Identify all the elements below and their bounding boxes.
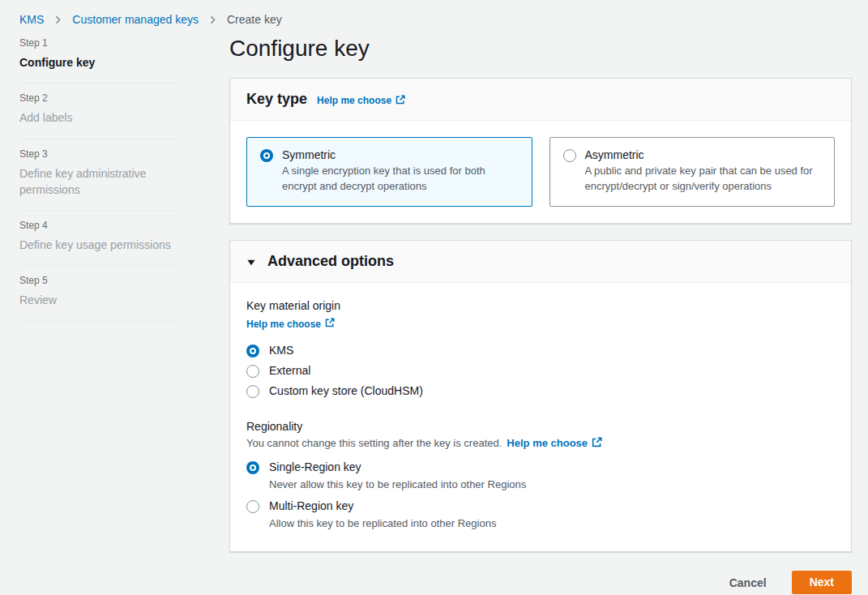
key-type-help-me-choose-link[interactable]: Help me choose [317,95,405,107]
option-title: Symmetric [282,148,519,161]
regionality-option-single-region: Single-Region key Never allow this key t… [246,457,835,492]
step-title: Define key administrative permissions [19,165,180,199]
wizard-actions: Cancel Next [229,568,852,594]
radio-description: Never allow this key to be replicated in… [269,477,835,492]
external-link-icon [592,437,602,450]
option-description: A public and private key pair that can b… [585,164,822,195]
radio-button-symmetric[interactable] [260,149,273,162]
key-type-option-asymmetric[interactable]: Asymmetric A public and private key pair… [549,137,836,207]
help-link-label: Help me choose [246,319,321,330]
step-title: Add labels [19,109,180,126]
step-number-label: Step 1 [19,37,180,49]
help-link-label: Help me choose [317,95,391,106]
regionality-label: Regionality [246,420,835,433]
step-title: Review [19,292,180,308]
key-type-panel-header: Key type Help me choose [230,79,851,121]
option-title: Asymmetric [585,148,822,161]
wizard-steps-sidebar: Step 1 Configure key Step 2 Add labels S… [19,32,180,322]
origin-option-kms[interactable]: KMS [246,340,835,361]
external-link-icon [396,95,405,107]
breadcrumb-link-customer-managed-keys[interactable]: Customer managed keys [72,13,199,26]
page-title: Configure key [229,36,852,62]
radio-label: Single-Region key [269,460,361,473]
radio-button-kms[interactable] [246,345,259,357]
step-number-label: Step 5 [19,275,180,286]
sidebar-step-usage-permissions: Step 4 Define key usage permissions [19,211,180,266]
key-type-panel: Key type Help me choose Symmetric A sing… [229,78,852,224]
radio-label: KMS [269,344,293,357]
single-region-row[interactable]: Single-Region key [246,457,835,477]
regionality-caption: You cannot change this setting after the… [246,437,835,450]
advanced-options-body: Key material origin Help me choose KMS [230,283,851,551]
sidebar-step-admin-permissions: Step 3 Define key administrative permiss… [19,139,180,212]
radio-button-single-region[interactable] [246,461,259,474]
sidebar-step-add-labels: Step 2 Add labels [19,83,180,139]
radio-label: Custom key store (CloudHSM) [269,384,423,397]
caret-down-icon [246,254,260,270]
option-description: A single encryption key that is used for… [282,164,519,195]
key-material-origin-help-link[interactable]: Help me choose [246,318,335,330]
sidebar-step-review: Step 5 Review [19,266,180,321]
next-button[interactable]: Next [792,571,852,594]
step-number-label: Step 3 [19,148,180,160]
advanced-options-title: Advanced options [246,253,394,270]
regionality-option-multi-region: Multi-Region key Allow this key to be re… [246,496,835,531]
origin-option-custom-key-store[interactable]: Custom key store (CloudHSM) [246,381,835,401]
regionality-help-link[interactable]: Help me choose [507,437,602,450]
radio-description: Allow this key to be replicated into oth… [269,516,835,531]
key-type-panel-title: Key type [246,91,307,108]
radio-label: External [269,364,310,377]
multi-region-row[interactable]: Multi-Region key [246,496,835,516]
key-type-option-symmetric[interactable]: Symmetric A single encryption key that i… [246,137,532,207]
chevron-right-icon [207,15,218,25]
step-number-label: Step 2 [19,92,180,104]
cancel-button[interactable]: Cancel [729,573,767,593]
step-title: Define key usage permissions [19,237,180,253]
advanced-options-header[interactable]: Advanced options [230,241,851,283]
radio-button-multi-region[interactable] [246,500,259,513]
advanced-options-panel: Advanced options Key material origin Hel… [229,240,852,552]
radio-button-external[interactable] [246,365,259,378]
breadcrumb: KMS Customer managed keys Create key [0,0,868,32]
step-title: Configure key [19,54,180,71]
help-link-label: Help me choose [507,437,588,449]
breadcrumb-current: Create key [227,13,282,26]
key-type-panel-body: Symmetric A single encryption key that i… [230,121,851,223]
main-content: Configure key Key type Help me choose [229,32,852,594]
radio-label: Multi-Region key [269,499,353,512]
key-material-origin-label: Key material origin [246,299,835,312]
step-number-label: Step 4 [19,220,180,231]
breadcrumb-link-kms[interactable]: KMS [19,13,44,26]
sidebar-step-configure-key: Step 1 Configure key [19,32,180,83]
radio-button-asymmetric[interactable] [563,149,576,162]
radio-button-custom-key-store[interactable] [246,385,259,398]
origin-option-external[interactable]: External [246,361,835,381]
external-link-icon [325,318,335,330]
chevron-right-icon [53,15,63,25]
